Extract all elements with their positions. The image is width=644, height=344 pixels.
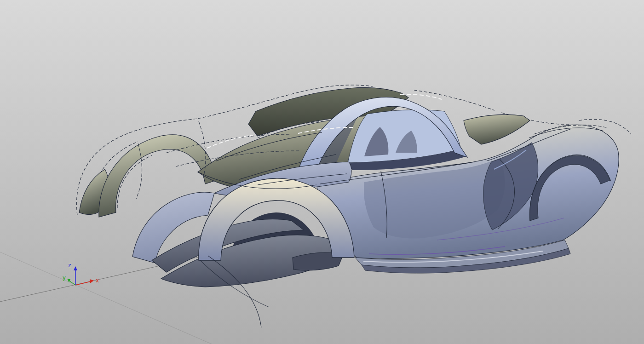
3d-viewport[interactable]: z x y xyxy=(0,0,644,344)
axis-x-label: x xyxy=(96,277,99,284)
axis-z-label: z xyxy=(68,262,71,269)
axis-y-label: y xyxy=(63,275,66,281)
scene-svg: z x y xyxy=(0,0,644,344)
